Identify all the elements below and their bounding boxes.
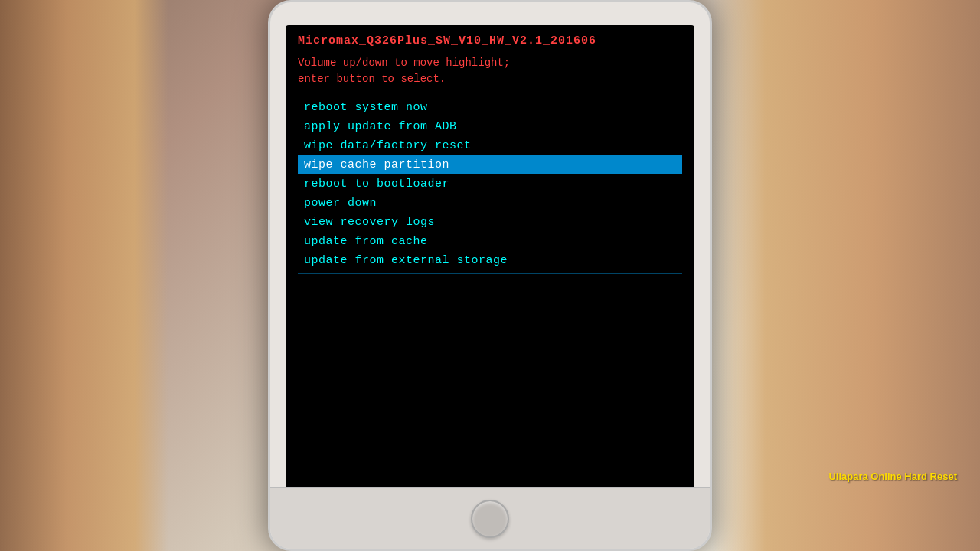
menu-item-4[interactable]: reboot to bootloader	[298, 174, 682, 194]
menu-item-5[interactable]: power down	[298, 194, 682, 213]
menu-item-0[interactable]: reboot system now	[298, 98, 682, 117]
watermark-text: Ullapara Online Hard Reset	[828, 471, 957, 482]
menu-item-6[interactable]: view recovery logs	[298, 213, 682, 232]
menu-item-7[interactable]: update from cache	[298, 232, 682, 251]
phone-bottom-bar	[270, 487, 710, 549]
menu-divider	[298, 273, 682, 274]
phone-body: Micromax_Q326Plus_SW_V10_HW_V2.1_201606 …	[268, 0, 712, 551]
instruction-line1: Volume up/down to move highlight;	[298, 55, 682, 71]
menu-item-3[interactable]: wipe cache partition	[298, 155, 682, 174]
menu-item-8[interactable]: update from external storage	[298, 251, 682, 270]
device-title: Micromax_Q326Plus_SW_V10_HW_V2.1_201606	[298, 34, 682, 47]
menu-item-2[interactable]: wipe data/factory reset	[298, 136, 682, 155]
hand-left	[0, 0, 168, 551]
home-button[interactable]	[471, 500, 509, 538]
hand-right	[712, 0, 980, 551]
recovery-menu: reboot system nowapply update from ADBwi…	[298, 98, 682, 270]
instructions: Volume up/down to move highlight; enter …	[298, 55, 682, 87]
menu-item-1[interactable]: apply update from ADB	[298, 117, 682, 136]
instruction-line2: enter button to select.	[298, 71, 682, 87]
phone-screen: Micromax_Q326Plus_SW_V10_HW_V2.1_201606 …	[286, 25, 694, 487]
